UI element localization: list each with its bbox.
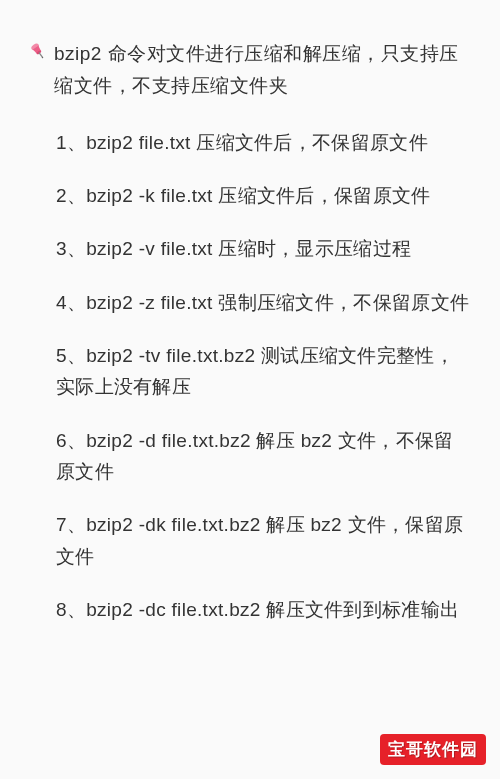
- list-item: 7、bzip2 -dk file.txt.bz2 解压 bz2 文件，保留原文件: [56, 509, 472, 572]
- command-list: 1、bzip2 file.txt 压缩文件后，不保留原文件 2、bzip2 -k…: [28, 127, 472, 626]
- list-item: 5、bzip2 -tv file.txt.bz2 测试压缩文件完整性，实际上没有…: [56, 340, 472, 403]
- svg-rect-2: [38, 52, 42, 58]
- document-content: bzip2 命令对文件进行压缩和解压缩，只支持压缩文件，不支持压缩文件夹 1、b…: [0, 0, 500, 675]
- intro-block: bzip2 命令对文件进行压缩和解压缩，只支持压缩文件，不支持压缩文件夹: [28, 38, 472, 103]
- list-item: 1、bzip2 file.txt 压缩文件后，不保留原文件: [56, 127, 472, 158]
- list-item: 8、bzip2 -dc file.txt.bz2 解压文件到到标准输出: [56, 594, 472, 625]
- intro-text: bzip2 命令对文件进行压缩和解压缩，只支持压缩文件，不支持压缩文件夹: [54, 38, 472, 103]
- list-item: 4、bzip2 -z file.txt 强制压缩文件，不保留原文件: [56, 287, 472, 318]
- list-item: 6、bzip2 -d file.txt.bz2 解压 bz2 文件，不保留原文件: [56, 425, 472, 488]
- list-item: 2、bzip2 -k file.txt 压缩文件后，保留原文件: [56, 180, 472, 211]
- watermark-badge: 宝哥软件园: [380, 734, 486, 765]
- pushpin-icon: [28, 41, 48, 61]
- list-item: 3、bzip2 -v file.txt 压缩时，显示压缩过程: [56, 233, 472, 264]
